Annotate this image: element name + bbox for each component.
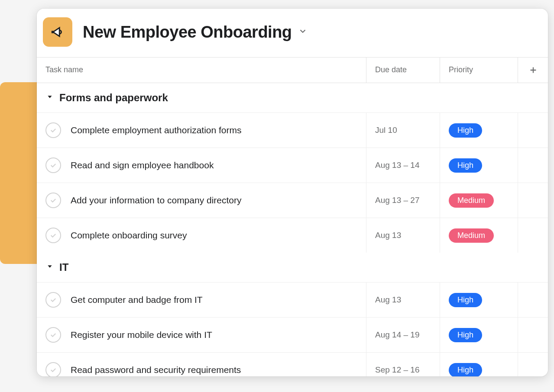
due-date: Aug 13: [375, 231, 401, 240]
task-name: Register your mobile device with IT: [71, 330, 212, 340]
due-date-cell[interactable]: Aug 13 – 27: [366, 183, 440, 218]
priority-pill: Medium: [449, 228, 494, 243]
due-date-cell[interactable]: Jul 10: [366, 113, 440, 148]
due-date-cell[interactable]: Sep 12 – 16: [366, 353, 440, 376]
sections-container: Forms and paperwork Complete employment …: [37, 83, 548, 376]
chevron-down-icon: [298, 26, 308, 36]
check-icon: [49, 126, 57, 134]
due-date: Aug 13 – 27: [375, 196, 419, 205]
project-icon[interactable]: [43, 17, 72, 47]
priority-cell[interactable]: High: [440, 113, 518, 148]
due-date: Sep 12 – 16: [375, 365, 419, 375]
task-name-cell: Get computer and badge from IT: [37, 283, 366, 317]
complete-task-button[interactable]: [45, 193, 61, 208]
task-name: Read and sign employee handbook: [71, 160, 214, 170]
task-row[interactable]: Read and sign employee handbook Aug 13 –…: [37, 148, 548, 183]
project-header: New Employee Onboarding: [37, 9, 548, 57]
priority-cell[interactable]: High: [440, 148, 518, 183]
empty-cell: [518, 183, 548, 218]
priority-pill: High: [449, 363, 482, 377]
empty-cell: [518, 353, 548, 376]
section-header[interactable]: Forms and paperwork: [37, 83, 548, 112]
due-date-cell[interactable]: Aug 13: [366, 283, 440, 317]
section-title: IT: [59, 261, 68, 273]
priority-cell[interactable]: Medium: [440, 183, 518, 218]
task-name-cell: Read and sign employee handbook: [37, 148, 366, 183]
due-date: Aug 13 – 14: [375, 161, 419, 170]
priority-pill: High: [449, 158, 482, 173]
add-column-button[interactable]: [518, 58, 548, 83]
column-due-date[interactable]: Due date: [366, 58, 440, 83]
empty-cell: [518, 148, 548, 183]
task-name: Get computer and badge from IT: [71, 295, 203, 305]
due-date-cell[interactable]: Aug 13 – 14: [366, 148, 440, 183]
complete-task-button[interactable]: [45, 362, 61, 376]
section-toggle[interactable]: [46, 93, 53, 102]
section-header[interactable]: IT: [37, 253, 548, 282]
empty-cell: [518, 113, 548, 148]
project-title: New Employee Onboarding: [83, 23, 292, 42]
task-name-cell: Complete onboarding survey: [37, 218, 366, 253]
due-date: Aug 14 – 19: [375, 330, 419, 340]
empty-cell: [518, 283, 548, 317]
due-date: Jul 10: [375, 125, 397, 135]
complete-task-button[interactable]: [45, 327, 61, 343]
column-task-name[interactable]: Task name: [37, 58, 366, 83]
task-name: Add your information to company director…: [71, 195, 242, 206]
priority-cell[interactable]: High: [440, 283, 518, 317]
plus-icon: [528, 65, 538, 75]
task-row[interactable]: Complete onboarding survey Aug 13 Medium: [37, 218, 548, 253]
due-date-cell[interactable]: Aug 13: [366, 218, 440, 253]
task-row[interactable]: Add your information to company director…: [37, 183, 548, 218]
background-decoration: [0, 82, 39, 264]
column-priority[interactable]: Priority: [440, 58, 518, 83]
priority-cell[interactable]: High: [440, 353, 518, 376]
task-name: Read password and security requirements: [71, 365, 241, 375]
title-container: New Employee Onboarding: [83, 23, 308, 42]
priority-pill: High: [449, 293, 482, 307]
due-date: Aug 13: [375, 295, 401, 305]
empty-cell: [518, 318, 548, 352]
check-icon: [49, 366, 57, 374]
complete-task-button[interactable]: [45, 157, 61, 173]
task-name-cell: Register your mobile device with IT: [37, 318, 366, 352]
due-date-cell[interactable]: Aug 14 – 19: [366, 318, 440, 352]
empty-cell: [518, 218, 548, 253]
task-row[interactable]: Register your mobile device with IT Aug …: [37, 317, 548, 352]
priority-pill: High: [449, 328, 482, 342]
priority-pill: High: [449, 123, 482, 138]
complete-task-button[interactable]: [45, 228, 61, 243]
task-row[interactable]: Get computer and badge from IT Aug 13 Hi…: [37, 282, 548, 317]
triangle-down-icon: [46, 93, 53, 100]
project-menu-toggle[interactable]: [298, 26, 308, 38]
task-name-cell: Read password and security requirements: [37, 353, 366, 376]
priority-cell[interactable]: High: [440, 318, 518, 352]
check-icon: [49, 161, 57, 169]
task-row[interactable]: Read password and security requirements …: [37, 352, 548, 376]
check-icon: [49, 296, 57, 304]
priority-cell[interactable]: Medium: [440, 218, 518, 253]
megaphone-icon: [50, 25, 65, 39]
task-name-cell: Complete employment authorization forms: [37, 113, 366, 148]
task-name-cell: Add your information to company director…: [37, 183, 366, 218]
task-name: Complete onboarding survey: [71, 230, 187, 241]
complete-task-button[interactable]: [45, 292, 61, 308]
check-icon: [49, 196, 57, 204]
priority-pill: Medium: [449, 193, 494, 208]
complete-task-button[interactable]: [45, 122, 61, 138]
section-title: Forms and paperwork: [59, 92, 168, 104]
columns-header-row: Task name Due date Priority: [37, 57, 548, 83]
project-card: New Employee Onboarding Task name Due da…: [37, 9, 548, 376]
check-icon: [49, 331, 57, 339]
check-icon: [49, 231, 57, 239]
triangle-down-icon: [46, 263, 53, 270]
section-toggle[interactable]: [46, 263, 53, 272]
task-name: Complete employment authorization forms: [71, 125, 242, 135]
task-row[interactable]: Complete employment authorization forms …: [37, 112, 548, 148]
